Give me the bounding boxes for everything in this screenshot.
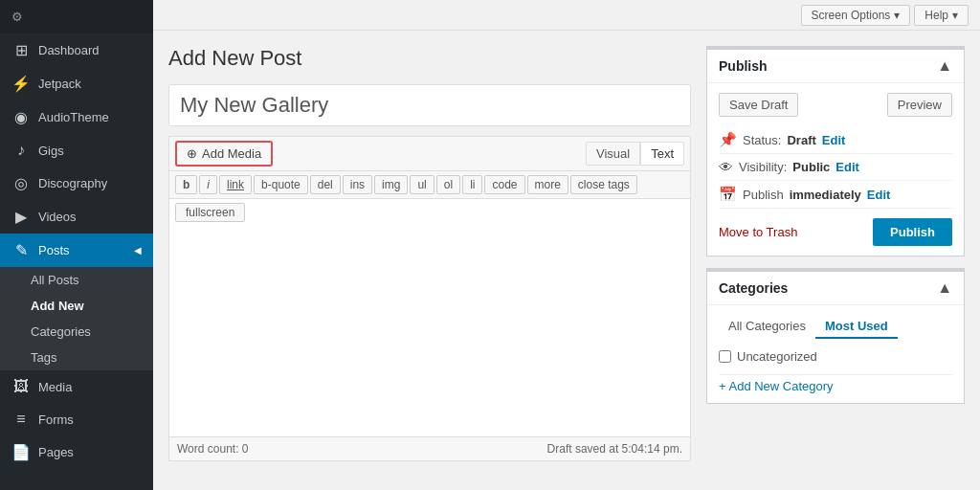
fullscreen-button[interactable]: fullscreen [175,203,245,222]
page-title: Add New Post [168,46,691,71]
sidebar-sub-item-add-new[interactable]: Add New [0,293,153,319]
preview-button[interactable]: Preview [887,93,952,117]
status-row: 📌 Status: Draft Edit [719,126,952,154]
visibility-icon: 👁 [719,159,733,175]
forms-icon: ≡ [11,411,31,428]
sidebar-item-jetpack[interactable]: ⚡ Jetpack [0,67,153,100]
visibility-value: Public [792,160,830,174]
publish-button[interactable]: Publish [873,218,952,246]
add-media-label: Add Media [202,146,261,161]
screen-options-chevron-icon: ▾ [894,9,900,22]
sidebar-sub-item-all-posts[interactable]: All Posts [0,267,153,293]
status-icon: 📌 [719,131,737,148]
screen-options-button[interactable]: Screen Options ▾ [801,5,911,26]
fullscreen-row: fullscreen [169,199,690,226]
posts-collapse-arrow-icon: ◀ [134,245,142,256]
sidebar-sub-item-tags[interactable]: Tags [0,345,153,370]
sidebar-item-label: Jetpack [38,77,81,91]
status-edit-link[interactable]: Edit [822,133,846,147]
help-chevron-icon: ▾ [952,9,958,22]
tab-all-categories[interactable]: All Categories [719,315,815,339]
categories-box: Categories ▲ All Categories Most Used [706,268,965,404]
publish-time-value: immediately [790,188,861,202]
bold-button[interactable]: b [175,175,197,194]
li-button[interactable]: li [462,175,482,194]
visibility-edit-link[interactable]: Edit [835,160,859,174]
category-item-uncategorized: Uncategorized [719,346,952,367]
videos-icon: ▶ [11,208,31,226]
sidebar-item-dashboard[interactable]: ⊞ Dashboard [0,33,153,67]
save-draft-button[interactable]: Save Draft [719,93,798,117]
publish-time-label: Publish [743,188,784,202]
italic-button[interactable]: i [199,175,217,194]
gigs-icon: ♪ [11,142,31,159]
sidebar-item-label: Pages [38,445,74,459]
jetpack-icon: ⚡ [11,75,31,93]
help-button[interactable]: Help ▾ [914,5,969,26]
view-toggle: Visual Text [586,142,684,166]
editor-footer: Word count: 0 Draft saved at 5:04:14 pm. [169,436,690,460]
main-content: Screen Options ▾ Help ▾ Add New Post ⊕ A… [153,0,980,490]
publish-box-toggle-icon[interactable]: ▲ [937,57,952,75]
close-tags-button[interactable]: close tags [570,175,637,194]
editor-container: ⊕ Add Media Visual Text b i [168,136,691,461]
status-label: Status: [743,133,781,147]
sidebar-item-videos[interactable]: ▶ Videos [0,200,153,234]
status-value: Draft [787,133,815,147]
sidebar-item-label: Videos [38,210,77,224]
link-button[interactable]: link [219,175,252,194]
move-to-trash-link[interactable]: Move to Trash [719,225,797,239]
post-title-input[interactable] [168,84,691,126]
editor-body[interactable] [169,226,690,436]
publish-actions: Save Draft Preview [719,93,952,117]
content-area: Add New Post ⊕ Add Media Visual Text [153,31,980,490]
screen-options-label: Screen Options [812,9,891,22]
bquote-button[interactable]: b-quote [254,175,308,194]
word-count: Word count: 0 [177,442,248,456]
img-button[interactable]: img [374,175,408,194]
wp-logo-icon: ⚙ [11,10,23,24]
add-media-button[interactable]: ⊕ Add Media [175,141,273,167]
categories-box-toggle-icon[interactable]: ▲ [937,279,952,297]
posts-icon: ✎ [11,241,31,259]
editor-toolbar-top: ⊕ Add Media Visual Text [169,137,690,171]
categories-box-title: Categories [719,280,788,296]
ins-button[interactable]: ins [343,175,372,194]
media-icon: 🖼 [11,378,31,395]
sidebar-item-label: Discography [38,176,107,190]
ul-button[interactable]: ul [410,175,434,194]
text-tab[interactable]: Text [640,142,684,166]
sidebar-sub-item-categories[interactable]: Categories [0,319,153,345]
visual-tab[interactable]: Visual [586,142,640,166]
category-label-uncategorized: Uncategorized [737,349,817,364]
sidebar-item-discography[interactable]: ◎ Discography [0,167,153,200]
ol-button[interactable]: ol [436,175,460,194]
dashboard-icon: ⊞ [11,41,31,59]
code-button[interactable]: code [484,175,524,194]
sidebar-item-pages[interactable]: 📄 Pages [0,435,153,469]
publish-time-edit-link[interactable]: Edit [867,188,891,202]
sidebar-item-media[interactable]: 🖼 Media [0,370,153,403]
calendar-icon: 📅 [719,186,737,203]
category-checkbox-uncategorized[interactable] [719,350,731,363]
publish-box-body: Save Draft Preview 📌 Status: Draft Edit [707,83,964,256]
categories-box-body: All Categories Most Used Uncategorized [707,305,964,403]
editor-section: Add New Post ⊕ Add Media Visual Text [168,46,691,475]
publish-footer: Move to Trash Publish [719,209,952,246]
draft-saved: Draft saved at 5:04:14 pm. [547,442,682,456]
sidebar-item-gigs[interactable]: ♪ Gigs [0,134,153,167]
sidebar-logo: ⚙ [0,0,153,33]
sidebar-item-label: Posts [38,243,70,257]
sidebar-item-posts[interactable]: ✎ Posts ◀ [0,234,153,267]
add-new-category-link[interactable]: + Add New Category [719,374,952,393]
sidebar-item-audiotheme[interactable]: ◉ AudioTheme [0,100,153,134]
category-list: Uncategorized [719,346,952,367]
visibility-row: 👁 Visibility: Public Edit [719,154,952,181]
more-button[interactable]: more [527,175,568,194]
del-button[interactable]: del [310,175,341,194]
sidebar-item-label: Dashboard [38,43,100,57]
tab-most-used[interactable]: Most Used [815,315,898,339]
sidebar-item-forms[interactable]: ≡ Forms [0,403,153,435]
visibility-label: Visibility: [739,160,787,174]
audiotheme-icon: ◉ [11,108,31,126]
